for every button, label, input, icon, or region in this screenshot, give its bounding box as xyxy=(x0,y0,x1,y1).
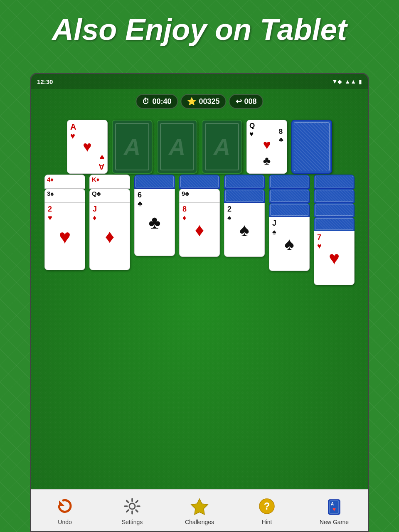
card-facedown-col7b xyxy=(314,189,355,203)
card-inner-border xyxy=(160,123,194,170)
card-facedown-col7c xyxy=(314,203,355,217)
settings-icon xyxy=(121,495,143,517)
card-facedown-3[interactable] xyxy=(202,120,242,174)
card-9c-peek: 9♣ xyxy=(179,189,220,203)
battery-icon: ▮ xyxy=(359,78,362,85)
card-js-label: J♠ xyxy=(272,219,276,236)
signal-icon: ▲▲ xyxy=(345,78,356,85)
svg-text:?: ? xyxy=(264,500,270,512)
svg-marker-2 xyxy=(191,499,208,515)
toolbar: Undo Settings Challen xyxy=(31,489,368,531)
card-ace-hearts[interactable]: A♥ ♥ A♥ xyxy=(67,120,108,174)
hint-label: Hint xyxy=(262,519,272,525)
card-jd-label: J♦ xyxy=(93,205,97,222)
new-game-label: New Game xyxy=(320,519,349,525)
wifi-icon: ▼◆ xyxy=(332,78,342,85)
card-kd-peek: K♦ xyxy=(89,175,130,189)
tableau: 4♦ 3♠ 2♥ ♥ K♦ Q♣ xyxy=(46,175,353,285)
card-2s-center: ♠ xyxy=(239,219,249,240)
card-js-last: J♠ ♠ xyxy=(269,217,310,271)
card-2h-label: 2♥ xyxy=(48,205,52,222)
card-face-br: A♥ xyxy=(99,153,104,171)
card-stock[interactable] xyxy=(291,120,332,174)
tableau-col-1[interactable]: 4♦ 3♠ 2♥ ♥ xyxy=(44,175,85,285)
settings-label: Settings xyxy=(122,519,143,525)
settings-button[interactable]: Settings xyxy=(116,495,149,525)
svg-text:♥: ♥ xyxy=(332,506,336,512)
card-facedown-2[interactable] xyxy=(157,120,197,174)
card-7h-center: ♥ xyxy=(329,248,340,268)
card-facedown-col5a xyxy=(224,175,265,189)
card-4d-label: 4♦ xyxy=(47,176,54,183)
card-8d-label: 8♦ xyxy=(182,205,187,222)
new-game-button[interactable]: A ♥ New Game xyxy=(318,495,351,525)
card-facedown-col7a xyxy=(314,175,355,189)
card-6c-center: ♣ xyxy=(149,212,161,233)
card-facedown-col5b xyxy=(224,189,265,203)
card-inner-border xyxy=(115,123,149,170)
card-3s-peek: 3♠ xyxy=(44,189,85,203)
card-facedown-col6b xyxy=(269,189,310,203)
undo-button[interactable]: Undo xyxy=(48,495,81,525)
card-2h-center: ♥ xyxy=(59,225,71,248)
card-8-label-tr: 8♣ xyxy=(279,128,283,144)
tableau-col-4[interactable]: 9♣ 8♦ ♦ xyxy=(179,175,220,285)
challenges-button[interactable]: Challenges xyxy=(183,495,216,525)
card-7h-last: 7♥ ♥ xyxy=(314,231,355,285)
score-pill: ⭐ 00325 xyxy=(180,94,226,109)
status-bar: 12:30 ▼◆ ▲▲ ▮ xyxy=(31,74,368,89)
card-qc-label: Q♣ xyxy=(92,190,101,197)
game-area: 12:30 ▼◆ ▲▲ ▮ ⏱ 00:40 ⭐ 00325 ↩ 008 xyxy=(31,74,368,531)
timer-value: 00:40 xyxy=(152,97,171,106)
challenges-label: Challenges xyxy=(185,519,214,525)
card-8d-center: ♦ xyxy=(195,219,204,240)
card-face-tl: A♥ xyxy=(70,122,76,140)
card-7h-label: 7♥ xyxy=(317,233,322,251)
undo-label: Undo xyxy=(58,519,71,525)
tableau-col-6[interactable]: J♠ ♠ xyxy=(269,175,310,285)
card-9c-label: 9♣ xyxy=(182,190,189,197)
tableau-col-7[interactable]: 7♥ ♥ xyxy=(314,175,355,285)
moves-value: 008 xyxy=(244,97,257,106)
card-2h-last: 2♥ ♥ xyxy=(44,203,85,270)
card-inner-border xyxy=(205,123,239,170)
card-jd-last: J♦ ♦ xyxy=(89,203,130,270)
page-title: Also Enjoy on Tablet xyxy=(0,12,399,47)
card-6c-last: 6♣ ♣ xyxy=(134,189,175,256)
star-icon: ⭐ xyxy=(187,97,196,106)
card-heart-center: ♥ xyxy=(263,137,271,153)
card-8d-last: 8♦ ♦ xyxy=(179,203,220,257)
card-2s-last: 2♠ ♠ xyxy=(224,203,265,257)
hint-button[interactable]: ? Hint xyxy=(250,495,283,525)
status-icons: ▼◆ ▲▲ ▮ xyxy=(332,78,362,85)
timer-pill: ⏱ 00:40 xyxy=(135,94,178,109)
card-club-center: ♣ xyxy=(263,154,271,167)
card-facedown-col7d xyxy=(314,217,355,231)
tablet-frame: 12:30 ▼◆ ▲▲ ▮ ⏱ 00:40 ⭐ 00325 ↩ 008 xyxy=(30,73,369,532)
moves-icon: ↩ xyxy=(236,97,242,106)
card-kd-label: K♦ xyxy=(92,176,100,183)
card-facedown-col3 xyxy=(134,175,175,189)
card-qc-peek: Q♣ xyxy=(89,189,130,203)
top-row: A♥ ♥ A♥ Q♥ 8♣ ♥ ♣ xyxy=(46,120,353,174)
card-4d-peek: 4♦ xyxy=(44,175,85,189)
new-game-icon: A ♥ xyxy=(323,495,345,517)
tableau-col-5[interactable]: 2♠ ♠ xyxy=(224,175,265,285)
moves-pill: ↩ 008 xyxy=(229,94,264,109)
score-value: 00325 xyxy=(199,97,219,106)
card-facedown-1[interactable] xyxy=(112,120,153,174)
undo-icon xyxy=(54,495,76,517)
svg-point-1 xyxy=(129,503,135,509)
timer-icon: ⏱ xyxy=(142,97,150,106)
hint-icon: ? xyxy=(256,495,278,517)
challenges-icon xyxy=(189,495,210,517)
card-jd-center: ♦ xyxy=(105,226,114,247)
card-2s-label: 2♠ xyxy=(227,205,232,222)
card-6c-label: 6♣ xyxy=(138,191,143,208)
card-q-label: Q♥ xyxy=(249,122,255,138)
tableau-col-2[interactable]: K♦ Q♣ J♦ ♦ xyxy=(89,175,130,285)
card-3s-label: 3♠ xyxy=(47,190,54,197)
card-q8[interactable]: Q♥ 8♣ ♥ ♣ xyxy=(246,120,287,174)
tableau-col-3[interactable]: 6♣ ♣ xyxy=(134,175,175,285)
score-bar: ⏱ 00:40 ⭐ 00325 ↩ 008 xyxy=(135,94,263,109)
